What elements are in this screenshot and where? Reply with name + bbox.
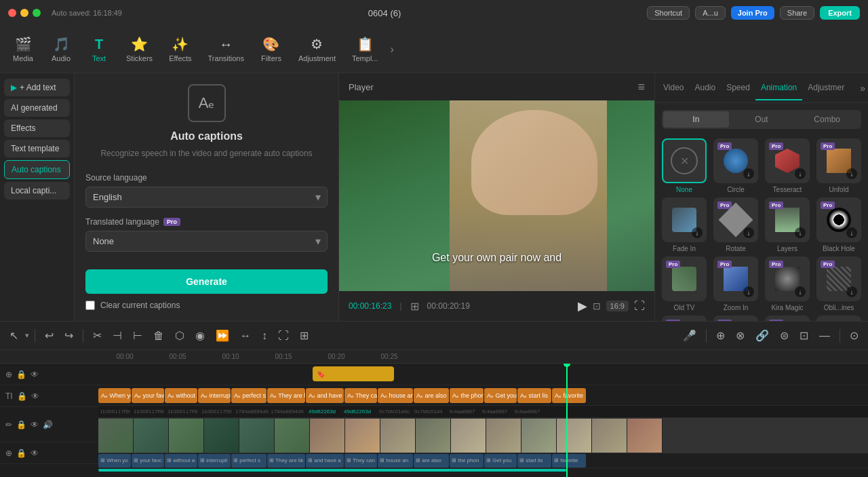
- crop-left-button[interactable]: ⊣: [108, 326, 126, 345]
- anim-fadein[interactable]: ↓ Fade In: [660, 197, 708, 252]
- anim-tab-out[interactable]: Out: [729, 111, 795, 128]
- speed-button[interactable]: ⏩: [212, 326, 233, 345]
- anim-blackhole[interactable]: Pro ↓ Black Hole: [815, 197, 863, 252]
- tab-speed[interactable]: Speed: [721, 76, 755, 100]
- caption-clip-9[interactable]: Aₑ are also: [414, 388, 449, 403]
- toolbar-filters[interactable]: 🎨 Filters: [254, 32, 289, 66]
- caption-clip-5[interactable]: Aₑ They are li: [267, 388, 305, 403]
- caption-clip-11[interactable]: Aₑ Get you: [484, 388, 517, 403]
- toolbar-audio[interactable]: 🎵 Audio: [43, 32, 79, 66]
- clear-captions-label[interactable]: Clear current captions: [100, 301, 180, 310]
- anim-unfold[interactable]: Pro ↓ Unfold: [815, 138, 863, 193]
- mic-button[interactable]: 🎤: [679, 326, 701, 345]
- hide-text-button[interactable]: 👁: [31, 392, 39, 401]
- add-text-button[interactable]: ▶ + Add text: [4, 79, 70, 96]
- bottom-clip-0[interactable]: ⊞ When yo: [98, 454, 131, 468]
- zoom-timeline-button[interactable]: ⊙: [846, 326, 863, 345]
- toolbar-text[interactable]: T Text: [81, 33, 117, 66]
- local-captions-button[interactable]: Local capti...: [4, 182, 70, 199]
- crop-tool-button[interactable]: ⛶: [274, 327, 293, 345]
- hide-video-button[interactable]: 👁: [31, 420, 39, 430]
- ai-generated-button[interactable]: AI generated: [4, 99, 70, 117]
- zoom-button[interactable]: ⊕: [712, 326, 729, 345]
- toolbar-templates[interactable]: 📋 Templ...: [345, 32, 385, 66]
- marker-clip[interactable]: 🔖: [313, 366, 394, 381]
- playhead[interactable]: [566, 364, 568, 477]
- bottom-clip-9[interactable]: ⊞ are also: [414, 454, 449, 468]
- anim-circle[interactable]: Pro ↓ Circle: [712, 138, 760, 193]
- anim-kiramagic[interactable]: Pro ↓ Kira Magic: [764, 256, 811, 311]
- close-button[interactable]: [8, 9, 16, 17]
- anim-assemble[interactable]: Pro ↓ Assemble: [712, 316, 760, 321]
- anim-rotate[interactable]: Pro ↓ Rotate: [712, 197, 760, 252]
- crop-icon[interactable]: ⊡: [593, 301, 601, 311]
- tab-audio[interactable]: Audio: [689, 76, 721, 100]
- player-menu-icon[interactable]: ≡: [637, 80, 645, 94]
- more-button[interactable]: —: [815, 327, 834, 345]
- anim-tab-in[interactable]: In: [663, 111, 729, 128]
- bottom-clip-12[interactable]: ⊞ start lis: [517, 454, 551, 468]
- bottom-clip-8[interactable]: ⊞ house an: [378, 454, 413, 468]
- anim-oblilines[interactable]: Pro ↓ Obli...ines: [815, 256, 863, 311]
- anim-oldtv[interactable]: Pro Old TV: [660, 256, 708, 311]
- flip-v-button[interactable]: ↕: [258, 327, 271, 345]
- undo-button[interactable]: ↩: [41, 326, 58, 345]
- caption-clip-8[interactable]: Aₑ house an: [378, 388, 413, 403]
- delete-button[interactable]: 🗑: [149, 327, 168, 345]
- generate-button[interactable]: Generate: [85, 269, 328, 294]
- caption-clip-7[interactable]: Aₑ They can: [344, 388, 377, 403]
- loop-button[interactable]: ◉: [191, 326, 209, 345]
- bottom-clip-2[interactable]: ⊞ without a: [165, 454, 197, 468]
- toolbar-transitions[interactable]: ↔ Transitions: [201, 33, 251, 66]
- auto-captions-button[interactable]: Auto captions: [4, 160, 70, 179]
- effects-button[interactable]: Effects: [4, 119, 70, 137]
- hide-bottom-button[interactable]: 👁: [31, 449, 39, 458]
- split-clip-button[interactable]: ⊗: [732, 326, 749, 345]
- link-button[interactable]: 🔗: [751, 326, 773, 345]
- bottom-clip-3[interactable]: ⊞ interrupti: [198, 454, 231, 468]
- redo-button[interactable]: ↪: [60, 326, 77, 345]
- join-pro-button[interactable]: Join Pro: [731, 6, 774, 20]
- lock-bottom-button[interactable]: 🔒: [16, 449, 26, 458]
- caption-clip-2[interactable]: Aₑ without: [165, 388, 197, 403]
- bottom-clip-4[interactable]: ⊞ perfect s: [231, 454, 267, 468]
- export-button[interactable]: Export: [820, 6, 860, 20]
- text-template-button[interactable]: Text template: [4, 140, 70, 157]
- play-button[interactable]: ▶: [578, 299, 587, 313]
- minimize-button[interactable]: [20, 9, 28, 17]
- lock-track-button[interactable]: 🔒: [16, 370, 26, 379]
- anim-zoomin[interactable]: Pro ↓ Zoom In: [712, 256, 760, 311]
- bottom-clip-7[interactable]: ⊞ They can: [344, 454, 377, 468]
- mask-button[interactable]: ⬡: [171, 326, 189, 345]
- anim-swoosh[interactable]: Pro Swoosh: [660, 316, 708, 321]
- caption-clip-4[interactable]: Aₑ perfect s: [231, 388, 267, 403]
- aspect-ratio-badge[interactable]: 16:9: [606, 301, 629, 311]
- frame-button[interactable]: ⊞: [296, 326, 313, 345]
- audio-video-button[interactable]: 🔊: [43, 420, 53, 430]
- user-button[interactable]: A...u: [695, 6, 726, 20]
- bottom-clip-10[interactable]: ⊞ the phon: [450, 454, 484, 468]
- caption-clip-1[interactable]: Aₑ your fav: [132, 388, 164, 403]
- anim-tesseract[interactable]: Pro ↓ Tesseract: [764, 138, 811, 193]
- toolbar-media[interactable]: 🎬 Media: [5, 32, 41, 66]
- magnet-button[interactable]: ⊡: [795, 326, 812, 345]
- bottom-clip-11[interactable]: ⊞ Get you: [484, 454, 517, 468]
- caption-clip-10[interactable]: Aₑ the phon: [450, 388, 484, 403]
- bottom-clip-13[interactable]: ⊞ favorite: [552, 454, 586, 468]
- bottom-clip-6[interactable]: ⊞ and have a: [306, 454, 344, 468]
- flip-h-button[interactable]: ↔: [236, 327, 255, 345]
- hide-track-button[interactable]: 👁: [31, 370, 39, 379]
- clear-captions-checkbox[interactable]: [85, 301, 95, 310]
- caption-clip-13[interactable]: Aₑ favorite: [552, 388, 586, 403]
- right-panel-more-icon[interactable]: »: [860, 83, 865, 94]
- split-button[interactable]: ✂: [89, 326, 106, 345]
- caption-clip-6[interactable]: Aₑ and have a: [306, 388, 344, 403]
- lock-video-button[interactable]: 🔒: [16, 420, 26, 430]
- anim-slideright[interactable]: Slide Right: [815, 316, 863, 321]
- source-language-select[interactable]: English: [85, 187, 328, 208]
- toolbar-effects[interactable]: ✨ Effects: [162, 32, 198, 66]
- crop-right-button[interactable]: ⊢: [129, 326, 146, 345]
- align-button[interactable]: ⊜: [776, 326, 793, 345]
- anim-rotating[interactable]: Pro ↓ Rota...ning: [764, 316, 811, 321]
- lock-text-button[interactable]: 🔒: [17, 392, 27, 401]
